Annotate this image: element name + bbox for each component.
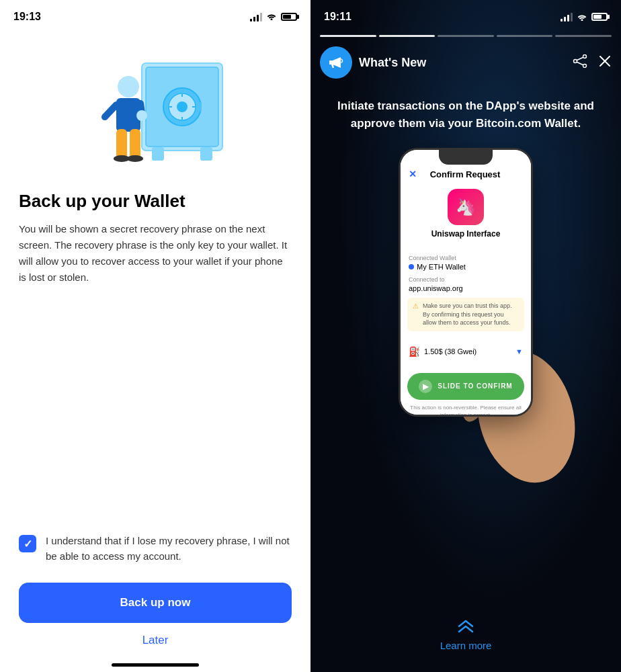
slide-arrow-icon: ▶ (419, 380, 432, 393)
whats-new-title: What's New (359, 56, 573, 70)
svg-line-24 (577, 62, 583, 65)
uniswap-icon: 🦄 (448, 189, 484, 225)
story-bar-5 (555, 35, 612, 37)
connected-to-label: Connected to (409, 276, 523, 283)
eth-dot-icon (409, 264, 414, 269)
phone-screen-title: Confirm Request (430, 169, 501, 179)
phone-notch (439, 150, 493, 165)
svg-line-14 (105, 105, 116, 117)
warning-box: ⚠ Make sure you can trust this app. By c… (407, 298, 524, 331)
signal-icon-right (561, 12, 573, 22)
left-status-bar: 19:13 (0, 0, 310, 30)
later-button[interactable]: Later (0, 623, 310, 658)
svg-point-8 (177, 101, 188, 112)
battery-icon (281, 13, 297, 21)
non-reversible-text: This action is non-reversible. Please en… (401, 403, 531, 417)
home-indicator (112, 663, 199, 667)
learn-more-area: Learn more (310, 612, 621, 665)
connected-wallet-label: Connected Wallet (409, 255, 523, 261)
svg-point-23 (574, 59, 577, 62)
hand-phone-container: ✕ Confirm Request 🦄 Uniswap Interface Co… (358, 148, 573, 470)
fee-chevron-icon: ▼ (515, 347, 523, 355)
learn-more-text[interactable]: Learn more (440, 640, 492, 651)
phone-top-bar: ✕ Confirm Request (401, 162, 531, 183)
checkbox-label: I understand that if I lose my recovery … (46, 534, 292, 564)
phone-frame: ✕ Confirm Request 🦄 Uniswap Interface Co… (399, 148, 533, 417)
left-status-icons (250, 11, 297, 22)
story-progress (310, 30, 621, 40)
whats-new-text: Initiate transactions on the DApp's webs… (310, 85, 621, 141)
content-area: Back up your Wallet You will be shown a … (0, 177, 310, 493)
checkmark-icon: ✓ (24, 538, 32, 550)
svg-point-16 (136, 110, 147, 121)
left-time: 19:13 (13, 11, 41, 23)
connected-wallet-value: My ETH Wallet (409, 263, 523, 271)
warning-icon: ⚠ (413, 302, 419, 310)
svg-point-12 (118, 76, 139, 97)
wifi-icon (266, 11, 277, 22)
whats-new-header: What's New (310, 40, 621, 85)
svg-rect-17 (116, 129, 127, 159)
right-time: 19:11 (324, 11, 351, 23)
phone-close-button: ✕ (409, 169, 417, 179)
svg-point-21 (583, 54, 587, 58)
story-bar-4 (497, 35, 553, 37)
connected-to-row: Connected to app.uniswap.org (401, 274, 531, 295)
svg-point-20 (127, 155, 143, 162)
share-icon[interactable] (573, 54, 587, 71)
signal-icon (250, 12, 262, 22)
slide-confirm-button[interactable]: ▶ SLIDE TO CONFIRM (407, 373, 524, 400)
fee-amount: 1.50$ (38 Gwei) (424, 347, 477, 355)
safe-illustration (75, 43, 236, 171)
battery-icon-right (591, 13, 608, 21)
svg-rect-10 (152, 147, 164, 161)
connected-wallet-row: Connected Wallet My ETH Wallet (401, 252, 531, 274)
uniswap-label: Uniswap Interface (431, 229, 501, 239)
illustration-area (0, 30, 310, 177)
connected-to-value: app.uniswap.org (409, 284, 523, 292)
svg-rect-9 (198, 102, 202, 112)
phone-screen: ✕ Confirm Request 🦄 Uniswap Interface Co… (401, 150, 531, 415)
right-status-icons (561, 12, 608, 22)
backup-title: Back up your Wallet (19, 191, 292, 212)
understand-checkbox[interactable]: ✓ (19, 535, 36, 552)
svg-line-25 (577, 57, 583, 60)
wifi-icon-right (577, 13, 587, 21)
story-bar-1 (320, 35, 376, 37)
header-actions (573, 54, 612, 71)
phone-app-area: 🦄 Uniswap Interface (401, 183, 531, 244)
chevrons-up-icon (456, 618, 476, 637)
gas-icon: ⛽ (409, 346, 420, 357)
backup-description: You will be shown a secret recovery phra… (19, 221, 292, 286)
backup-now-button[interactable]: Back up now (19, 583, 292, 623)
slide-text: SLIDE TO CONFIRM (438, 382, 512, 390)
network-fee-row: ⛽ 1.50$ (38 Gwei) ▼ (401, 342, 531, 361)
megaphone-icon (320, 46, 352, 79)
svg-rect-18 (130, 129, 140, 159)
svg-point-22 (583, 64, 587, 67)
close-icon[interactable] (598, 54, 612, 71)
story-bar-2 (379, 35, 436, 37)
checkbox-area: ✓ I understand that if I lose my recover… (0, 534, 310, 564)
right-status-bar: 19:11 (310, 0, 621, 30)
phone-mockup-area: ✕ Confirm Request 🦄 Uniswap Interface Co… (310, 141, 621, 612)
right-panel: 19:11 What's New (310, 0, 621, 672)
warning-text: Make sure you can trust this app. By con… (423, 302, 519, 327)
story-bar-3 (438, 35, 494, 37)
svg-rect-11 (200, 147, 212, 161)
left-panel: 19:13 (0, 0, 310, 672)
